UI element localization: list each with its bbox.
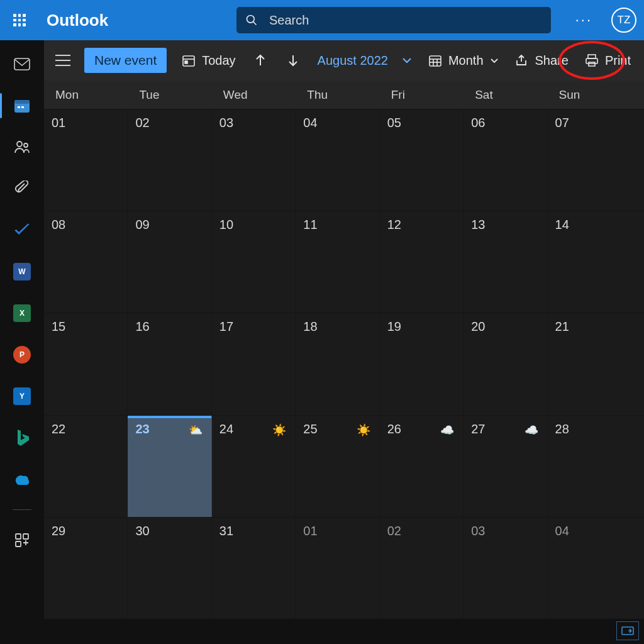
rail-powerpoint[interactable]: P [9,343,35,366]
svg-point-8 [24,143,28,147]
calendar-day-cell[interactable]: 13 [464,211,547,313]
today-button[interactable]: Today [180,51,236,70]
day-header: Fri [380,80,464,109]
calendar-day-cell[interactable]: 03 [212,109,296,211]
svg-rect-6 [21,106,24,108]
share-button[interactable]: Share [514,51,570,70]
calendar-day-cell[interactable]: 16 [128,313,211,414]
day-number: 22 [52,422,119,436]
mail-icon [14,58,30,70]
day-number: 05 [387,116,455,130]
rail-mail[interactable] [9,53,35,75]
calendar-day-cell[interactable]: 22 [44,416,128,517]
calendar-day-cell[interactable]: 30 [128,518,211,619]
rail-calendar[interactable] [9,94,35,117]
calendar-day-cell[interactable]: 17 [212,313,296,414]
calendar-day-cell[interactable]: 18 [296,313,379,414]
svg-rect-4 [14,100,30,104]
weather-icon: ☀️ [272,423,286,437]
view-selector-button[interactable]: Month [427,51,500,70]
calendar-day-cell[interactable]: 01 [296,518,379,619]
waffle-icon [13,14,26,26]
header-more-button[interactable]: ··· [570,9,597,31]
day-number: 10 [219,218,287,232]
rail-people[interactable] [9,136,35,158]
day-header: Tue [128,80,211,109]
rail-files[interactable] [9,177,35,200]
calendar-day-cell[interactable]: 09 [128,211,211,313]
calendar-day-cell[interactable]: 11 [296,211,379,313]
calendar-day-cell[interactable]: 20 [464,313,547,414]
date-picker-button[interactable]: August 2022 [316,51,413,70]
rail-word[interactable]: W [9,260,35,283]
view-label: Month [448,53,484,68]
calendar-day-cell[interactable]: 28 [548,416,631,517]
yammer-icon: Y [13,387,31,405]
rail-excel[interactable]: X [9,302,35,325]
next-period-button[interactable] [284,51,303,70]
day-header: Sun [548,80,631,109]
calendar-day-cell[interactable]: 23⛅ [128,416,211,517]
feedback-button[interactable] [616,621,639,640]
calendar-day-cell[interactable]: 02 [380,518,464,619]
chevron-down-icon [402,57,412,64]
calendar-day-cell[interactable]: 19 [380,313,464,414]
svg-rect-5 [18,106,20,108]
calendar-day-cell[interactable]: 10 [212,211,296,313]
calendar-day-cell[interactable]: 24☀️ [212,416,296,517]
calendar-day-cell[interactable]: 15 [44,313,128,414]
rail-yammer[interactable]: Y [9,385,35,408]
day-number: 13 [471,218,539,232]
rail-todo[interactable] [9,219,35,242]
toggle-sidebar-button[interactable] [55,55,70,66]
rail-separator [13,509,31,510]
calendar-day-cell[interactable]: 21 [548,313,631,414]
calendar-day-cell[interactable]: 02 [128,109,211,211]
calendar-day-cell[interactable]: 27☁️ [464,416,547,517]
share-icon [515,54,529,67]
calendar-day-cell[interactable]: 14 [548,211,631,313]
print-button[interactable]: Print [584,51,632,70]
app-launcher-button[interactable] [8,8,31,32]
day-number: 17 [219,319,287,334]
calendar-day-cell[interactable]: 31 [212,518,296,619]
prev-period-button[interactable] [251,51,270,70]
calendar-day-cell[interactable]: 08 [44,211,128,313]
calendar-day-cell[interactable]: 03 [464,518,547,619]
excel-icon: X [13,304,31,322]
svg-point-0 [247,16,255,23]
calendar-day-cell[interactable]: 25☀️ [296,416,379,517]
calendar-day-cell[interactable]: 26☁️ [380,416,464,517]
calendar-day-cell[interactable]: 04 [296,109,379,211]
day-header-row: MonTueWedThuFriSatSun [44,80,644,109]
print-label: Print [605,53,631,68]
rail-onedrive[interactable] [9,468,35,491]
calendar-weeks: 0102030405060708091011121314151617181920… [44,109,644,619]
calendar-grid-icon [428,53,442,67]
day-number: 04 [555,524,624,538]
day-number: 12 [387,218,455,232]
attachment-icon [15,180,29,197]
calendar-week: 15161718192021 [44,313,644,414]
calendar-day-cell[interactable]: 01 [44,109,128,211]
user-avatar[interactable]: TZ [611,8,636,33]
svg-rect-15 [430,56,441,66]
calendar-day-cell[interactable]: 12 [380,211,464,313]
svg-rect-2 [14,58,30,70]
day-number: 07 [555,116,624,130]
calendar-day-cell[interactable]: 29 [44,518,128,619]
rail-bing[interactable] [9,426,35,449]
rail-more-apps[interactable] [9,529,35,552]
search-input[interactable] [269,13,542,28]
calendar-day-cell[interactable]: 07 [548,109,631,211]
todo-icon [14,224,30,236]
search-box[interactable] [236,7,551,33]
calendar-day-cell[interactable]: 04 [548,518,631,619]
calendar-week: 01020304050607 [44,109,644,211]
new-event-button[interactable]: New event [84,48,167,73]
calendar-day-cell[interactable]: 06 [464,109,547,211]
arrow-up-icon [255,54,266,67]
left-rail: W X P Y [0,40,44,644]
calendar-day-cell[interactable]: 05 [380,109,464,211]
day-number: 03 [471,524,539,538]
